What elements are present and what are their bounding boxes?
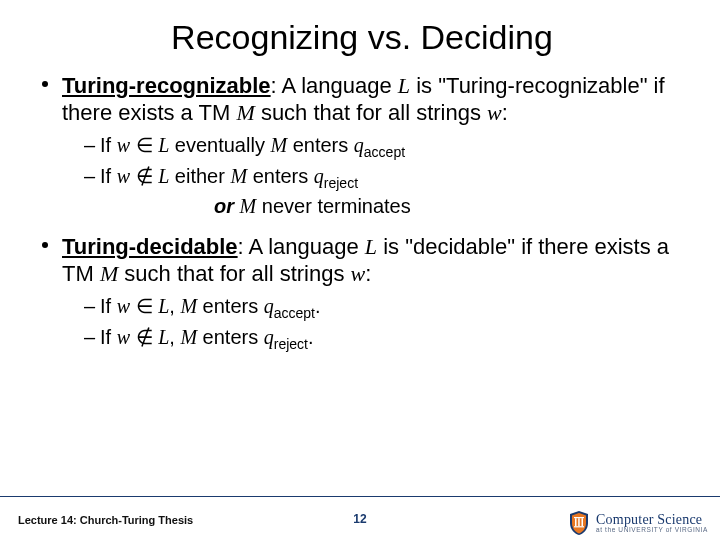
bullet-dot-icon <box>42 81 48 87</box>
sub-item: – If w ∈ L, M enters qaccept. <box>84 294 684 323</box>
sub-item: – If w ∉ L, M enters qreject. <box>84 325 684 354</box>
sublist-decidable: – If w ∈ L, M enters qaccept. – If w ∉ L… <box>84 294 684 354</box>
sub-item: – If w ∉ L either M enters qreject <box>84 164 684 193</box>
shield-icon <box>568 510 590 536</box>
svg-rect-2 <box>578 518 580 526</box>
logo-university: at the UNIVERSITY of VIRGINIA <box>596 527 708 534</box>
svg-rect-4 <box>574 526 584 527</box>
svg-rect-3 <box>582 518 584 526</box>
dash-icon: – <box>84 133 95 159</box>
slide-title: Recognizing vs. Deciding <box>40 18 684 57</box>
slide-footer: Lecture 14: Church-Turing Thesis 12 Comp… <box>0 496 720 540</box>
dash-icon: – <box>84 325 95 351</box>
sub-item: – If w ∈ L eventually M enters qaccept <box>84 133 684 162</box>
svg-rect-1 <box>575 518 577 526</box>
term-recognizable: Turing-recognizable <box>62 73 271 98</box>
bullet-dot-icon <box>42 242 48 248</box>
sublist-recognizable: – If w ∈ L eventually M enters qaccept –… <box>84 133 684 220</box>
logo-dept: Computer Science <box>596 513 708 527</box>
dash-icon: – <box>84 164 95 190</box>
footer-lecture-label: Lecture 14: Church-Turing Thesis <box>18 514 193 526</box>
uva-cs-logo: Computer Science at the UNIVERSITY of VI… <box>568 510 708 536</box>
term-decidable: Turing-decidable <box>62 234 238 259</box>
logo-text: Computer Science at the UNIVERSITY of VI… <box>596 513 708 534</box>
bullet-decidable: Turing-decidable: A language L is "decid… <box>40 234 684 288</box>
or-line: or M never terminates <box>84 194 684 220</box>
footer-page-number: 12 <box>353 512 366 526</box>
svg-rect-0 <box>574 517 584 518</box>
slide-body: Recognizing vs. Deciding Turing-recogniz… <box>0 0 720 354</box>
dash-icon: – <box>84 294 95 320</box>
bullet-recognizable: Turing-recognizable: A language L is "Tu… <box>40 73 684 127</box>
